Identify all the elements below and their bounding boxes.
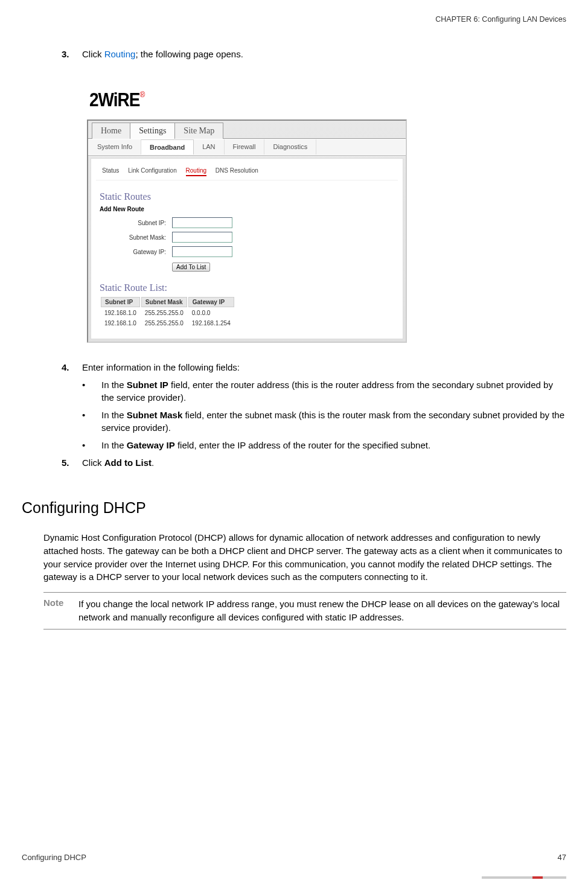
subtab-systeminfo[interactable]: System Info (89, 139, 141, 155)
label-subnetmask: Subnet Mask: (100, 234, 172, 241)
subnet-ip-input[interactable] (172, 217, 232, 228)
route-table: Subnet IP Subnet Mask Gateway IP 192.168… (100, 296, 235, 329)
minor-tabs: Status Link Configuration Routing DNS Re… (96, 164, 398, 180)
router-panel: Home Settings Site Map System Info Broad… (87, 120, 407, 343)
gateway-ip-input[interactable] (172, 246, 232, 257)
sub-tabs: System Info Broadband LAN Firewall Diagn… (89, 139, 405, 155)
footer-page-number: 47 (558, 853, 566, 862)
label-subnetip: Subnet IP: (100, 220, 172, 226)
note-text: If you change the local network IP addre… (78, 598, 566, 624)
bullet-icon: • (82, 378, 101, 404)
step-number: 5. (62, 456, 82, 469)
step-4: 4. Enter information in the following fi… (62, 361, 566, 374)
subtab-lan[interactable]: LAN (194, 139, 224, 155)
text: In the (101, 440, 127, 450)
tab-sitemap[interactable]: Site Map (174, 123, 223, 139)
bullet-gateway-ip: • In the Gateway IP field, enter the IP … (82, 439, 566, 451)
bullet-text: In the Gateway IP field, enter the IP ad… (101, 439, 566, 451)
text: field, enter the router address (this is… (101, 380, 553, 403)
table-row: 192.168.1.0 255.255.255.0 0.0.0.0 (101, 308, 234, 317)
text: In the (101, 380, 127, 390)
note-label: Note (43, 598, 78, 624)
routing-screenshot: 2WiRE® Home Settings Site Map System Inf… (87, 91, 407, 343)
note-block: Note If you change the local network IP … (43, 592, 566, 629)
text: ; the following page opens. (135, 49, 243, 59)
step-3: 3. Click Routing; the following page ope… (62, 48, 566, 60)
text: . (152, 457, 154, 468)
routing-link[interactable]: Routing (104, 49, 136, 59)
text: In the (101, 410, 127, 420)
text: field, enter the IP address of the route… (175, 440, 430, 450)
bullet-icon: • (82, 439, 101, 451)
tab-settings[interactable]: Settings (130, 123, 175, 139)
th-subnetmask: Subnet Mask (141, 297, 187, 307)
static-route-list-title: Static Route List: (100, 282, 398, 293)
step-number: 4. (62, 361, 82, 374)
minortab-linkconfig[interactable]: Link Configuration (128, 167, 177, 174)
bullet-subnet-mask: • In the Subnet Mask field, enter the su… (82, 409, 566, 434)
subnet-mask-input[interactable] (172, 232, 232, 243)
bold: Subnet Mask (127, 410, 183, 420)
label-gatewayip: Gateway IP: (100, 249, 172, 255)
text: Click (82, 49, 104, 59)
static-routes-title: Static Routes (100, 191, 398, 202)
cell: 255.255.255.0 (141, 319, 187, 328)
subtab-firewall[interactable]: Firewall (225, 139, 265, 155)
add-new-route-hdr: Add New Route (100, 206, 398, 212)
dhcp-paragraph: Dynamic Host Configuration Protocol (DHC… (43, 531, 566, 584)
configuring-dhcp-heading: Configuring DHCP (22, 499, 566, 517)
logo-text: 2WiRE (89, 89, 139, 110)
footer-bar-icon (482, 876, 566, 879)
footer-section: Configuring DHCP (22, 853, 86, 862)
table-header-row: Subnet IP Subnet Mask Gateway IP (101, 297, 234, 307)
cell: 0.0.0.0 (188, 308, 234, 317)
cell: 255.255.255.0 (141, 308, 187, 317)
page-footer: Configuring DHCP 47 (22, 853, 566, 862)
bold: Subnet IP (127, 380, 168, 390)
logo: 2WiRE® (87, 91, 407, 110)
add-to-list-button[interactable]: Add To List (172, 263, 210, 272)
tab-home[interactable]: Home (92, 123, 130, 139)
step-text: Click Routing; the following page opens. (82, 48, 566, 60)
logo-reg: ® (139, 91, 145, 99)
table-row: 192.168.1.0 255.255.255.0 192.168.1.254 (101, 319, 234, 328)
step-5: 5. Click Add to List. (62, 456, 566, 469)
bullet-text: In the Subnet IP field, enter the router… (101, 378, 566, 404)
text: Click (82, 457, 104, 468)
th-gatewayip: Gateway IP (188, 297, 234, 307)
minortab-routing[interactable]: Routing (186, 167, 206, 176)
step-text: Click Add to List. (82, 456, 566, 469)
step-text: Enter information in the following field… (82, 361, 566, 374)
step-number: 3. (62, 48, 82, 60)
cell: 192.168.1.0 (101, 308, 140, 317)
subtab-broadband[interactable]: Broadband (141, 139, 194, 155)
subtab-diagnostics[interactable]: Diagnostics (264, 139, 316, 155)
cell: 192.168.1.254 (188, 319, 234, 328)
top-tabs: Home Settings Site Map (88, 121, 406, 138)
bold: Add to List (104, 457, 152, 468)
bullet-icon: • (82, 409, 101, 434)
th-subnetip: Subnet IP (101, 297, 140, 307)
bold: Gateway IP (127, 440, 175, 450)
bullet-subnet-ip: • In the Subnet IP field, enter the rout… (82, 378, 566, 404)
bullet-text: In the Subnet Mask field, enter the subn… (101, 409, 566, 434)
minortab-dns[interactable]: DNS Resolution (216, 167, 258, 174)
minortab-status[interactable]: Status (102, 167, 119, 174)
chapter-header: CHAPTER 6: Configuring LAN Devices (22, 15, 566, 24)
content-area: Status Link Configuration Routing DNS Re… (91, 158, 403, 339)
cell: 192.168.1.0 (101, 319, 140, 328)
